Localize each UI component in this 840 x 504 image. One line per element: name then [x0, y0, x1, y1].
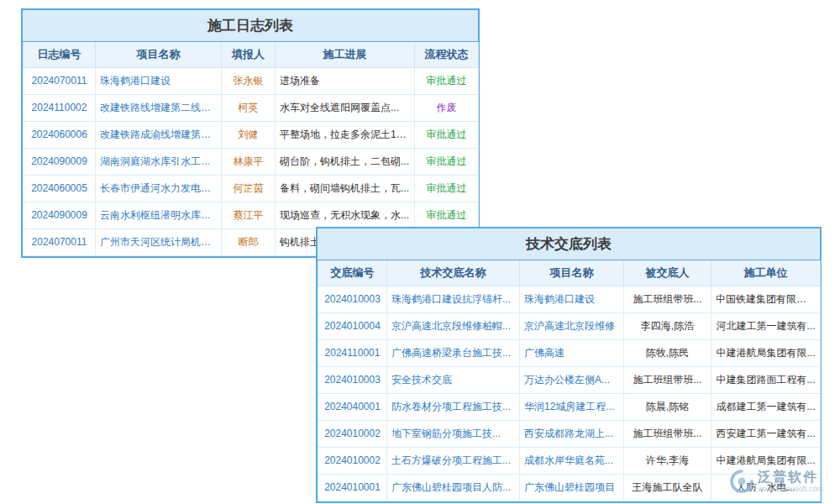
- disclosure-id-cell[interactable]: 2024010003: [318, 286, 387, 312]
- progress-cell: 水车对全线遮阳网覆盖点...: [276, 94, 415, 121]
- recipients-cell: 施工班组带班...: [624, 286, 711, 312]
- log-id-cell[interactable]: 2024070011: [24, 67, 96, 94]
- reporter-cell: 蔡江平: [222, 202, 276, 228]
- watermark-brand: 泛普软件: [758, 470, 823, 485]
- project-name-cell[interactable]: 改建铁路线增建第二线直...: [96, 94, 222, 121]
- progress-cell: 进场准备: [276, 67, 415, 94]
- reporter-cell: 断郎: [222, 228, 276, 255]
- recipients-cell: 王海施工队全队: [624, 474, 711, 501]
- recipients-cell: 施工班组带班...: [624, 366, 711, 393]
- project-name-cell[interactable]: 湖南洞庭湖水库引水工程...: [96, 148, 222, 175]
- column-header: 流程状态: [415, 42, 479, 67]
- table-row[interactable]: 2024010003 珠海鹤港口建设抗浮锚杆... 珠海鹤港口建设 施工班组带班…: [318, 286, 821, 312]
- table-row[interactable]: 2024110002 改建铁路线增建第二线直... 柯英 水车对全线遮阳网覆盖点…: [24, 94, 479, 121]
- unit-cell: 中国铁建集团有限公司: [711, 286, 821, 312]
- table-row[interactable]: 2024010003 安全技术交底 万达办公楼左侧A... 施工班组带班... …: [318, 366, 821, 393]
- project-name-cell[interactable]: 云南水利枢纽潜明水库一...: [96, 202, 222, 228]
- disclosure-id-cell[interactable]: 2024010004: [318, 312, 387, 339]
- status-cell: 审批通过: [415, 121, 479, 148]
- construction-log-panel: 施工日志列表 日志编号 项目名称 填报人 施工进展 流程状态 202407001…: [21, 8, 480, 258]
- unit-cell: 西安建工第一建筑有...: [711, 420, 821, 447]
- recipients-cell: 施工班组带班...: [624, 420, 711, 447]
- tech-disclosure-title: 技术交底列表: [318, 228, 820, 260]
- log-id-cell[interactable]: 2024110002: [24, 94, 96, 121]
- disclosure-name-cell[interactable]: 广佛高速桥梁承台施工技...: [387, 339, 520, 366]
- status-cell: 审批通过: [415, 202, 479, 228]
- column-header: 施工单位: [711, 260, 821, 286]
- table-row[interactable]: 2024090009 湖南洞庭湖水库引水工程... 林康平 砌台阶，钩机排土，二…: [24, 148, 479, 175]
- table-row[interactable]: 2024090009 云南水利枢纽潜明水库一... 蔡江平 现场巡查，无积水现象…: [24, 202, 479, 228]
- project-name-cell[interactable]: 万达办公楼左侧A...: [520, 366, 624, 393]
- log-id-cell[interactable]: 2024090009: [24, 148, 96, 175]
- unit-cell: 河北建工第一建筑有...: [711, 312, 821, 339]
- project-name-cell[interactable]: 华润12城房建工程...: [520, 393, 624, 420]
- status-cell: 审批通过: [415, 148, 479, 175]
- column-header: 填报人: [222, 42, 276, 67]
- project-name-cell[interactable]: 改建铁路成渝线增建第二...: [96, 121, 222, 148]
- disclosure-name-cell[interactable]: 防水卷材分项工程施工技...: [387, 393, 520, 420]
- column-header: 交底编号: [318, 260, 387, 286]
- progress-cell: 现场巡查，无积水现象，水...: [276, 202, 415, 228]
- table-header-row: 日志编号 项目名称 填报人 施工进展 流程状态: [24, 42, 479, 67]
- disclosure-name-cell[interactable]: 安全技术交底: [387, 366, 520, 393]
- table-row[interactable]: 2024060005 长春市伊通河水力发电厂... 何芷茵 备料，砌间墙钩机排土…: [24, 175, 479, 202]
- construction-log-table: 日志编号 项目名称 填报人 施工进展 流程状态 2024070011 珠海鹤港口…: [23, 42, 479, 256]
- project-name-cell[interactable]: 珠海鹤港口建设: [96, 67, 222, 94]
- recipients-cell: 陈晨,陈铭: [624, 393, 711, 420]
- progress-cell: 砌台阶，钩机排土，二包砌...: [276, 148, 415, 175]
- log-id-cell[interactable]: 2024090009: [24, 202, 96, 228]
- table-row[interactable]: 2024040001 防水卷材分项工程施工技... 华润12城房建工程... 陈…: [318, 393, 821, 420]
- column-header: 被交底人: [624, 260, 711, 286]
- construction-log-title: 施工日志列表: [23, 10, 478, 42]
- column-header: 施工进展: [276, 42, 415, 67]
- table-row[interactable]: 2024060006 改建铁路成渝线增建第二... 刘健 平整场地，拉走多余泥土…: [24, 121, 479, 148]
- disclosure-name-cell[interactable]: 珠海鹤港口建设抗浮锚杆...: [387, 286, 520, 312]
- table-row[interactable]: 2024010002 地下室钢筋分项施工技... 西安成都路龙湖上... 施工班…: [318, 420, 821, 447]
- disclosure-name-cell[interactable]: 土石方爆破分项工程施工...: [387, 447, 520, 474]
- disclosure-id-cell[interactable]: 2024010003: [318, 366, 387, 393]
- table-row[interactable]: 2024070011 珠海鹤港口建设 张永银 进场准备 审批通过: [24, 67, 479, 94]
- disclosure-id-cell[interactable]: 2024010002: [318, 420, 387, 447]
- disclosure-id-cell[interactable]: 2024040001: [318, 393, 387, 420]
- column-header: 技术交底名称: [387, 260, 520, 286]
- fanpu-logo-icon: [729, 469, 754, 494]
- progress-cell: 备料，砌间墙钩机排土，瓦...: [276, 175, 415, 202]
- reporter-cell: 何芷茵: [222, 175, 276, 202]
- project-name-cell[interactable]: 长春市伊通河水力发电厂...: [96, 175, 222, 202]
- status-cell: 作废: [415, 94, 479, 121]
- recipients-cell: 李四海,陈浩: [624, 312, 711, 339]
- disclosure-id-cell[interactable]: 2024010001: [318, 474, 387, 501]
- unit-cell: 中建港航局集团有限...: [711, 339, 821, 366]
- status-cell: 审批通过: [415, 175, 479, 202]
- project-name-cell[interactable]: 珠海鹤港口建设: [520, 286, 624, 312]
- project-name-cell[interactable]: 广佛高速: [520, 339, 624, 366]
- project-name-cell[interactable]: 西安成都路龙湖上...: [520, 420, 624, 447]
- reporter-cell: 柯英: [222, 94, 276, 121]
- status-cell: 审批通过: [415, 67, 479, 94]
- reporter-cell: 刘健: [222, 121, 276, 148]
- project-name-cell[interactable]: 京沪高速北京段维修: [520, 312, 624, 339]
- project-name-cell[interactable]: 广州市天河区统计局机房...: [96, 228, 222, 255]
- progress-cell: 平整场地，拉走多余泥土15...: [276, 121, 415, 148]
- log-id-cell[interactable]: 2024070011: [24, 228, 96, 255]
- project-name-cell[interactable]: 广东佛山碧桂园项目: [520, 474, 624, 501]
- log-id-cell[interactable]: 2024060006: [24, 121, 96, 148]
- disclosure-name-cell[interactable]: 地下室钢筋分项施工技...: [387, 420, 520, 447]
- table-row[interactable]: 2024110001 广佛高速桥梁承台施工技... 广佛高速 陈牧,陈民 中建港…: [318, 339, 821, 366]
- disclosure-id-cell[interactable]: 2024110001: [318, 339, 387, 366]
- log-id-cell[interactable]: 2024060005: [24, 175, 96, 202]
- recipients-cell: 陈牧,陈民: [624, 339, 711, 366]
- fanpu-watermark: 泛普软件 www.fanpusoft.com: [729, 464, 837, 499]
- recipients-cell: 许华,李海: [624, 447, 711, 474]
- disclosure-name-cell[interactable]: 广东佛山碧桂园项目人防...: [387, 474, 520, 501]
- column-header: 项目名称: [96, 42, 222, 67]
- table-header-row: 交底编号 技术交底名称 项目名称 被交底人 施工单位: [318, 260, 821, 286]
- reporter-cell: 张永银: [222, 67, 276, 94]
- unit-cell: 成都建工第一建筑有...: [711, 393, 821, 420]
- column-header: 日志编号: [24, 42, 96, 67]
- disclosure-name-cell[interactable]: 京沪高速北京段维修桩帽...: [387, 312, 520, 339]
- table-row[interactable]: 2024010004 京沪高速北京段维修桩帽... 京沪高速北京段维修 李四海,…: [318, 312, 821, 339]
- project-name-cell[interactable]: 成都水岸华庭名苑...: [520, 447, 624, 474]
- disclosure-id-cell[interactable]: 2024010002: [318, 447, 387, 474]
- column-header: 项目名称: [520, 260, 624, 286]
